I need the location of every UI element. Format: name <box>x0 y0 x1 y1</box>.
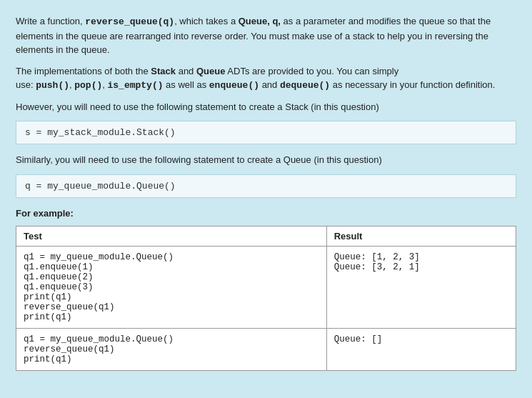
table-header-row: Test Result <box>16 227 516 247</box>
stack-code-block: s = my_stack_module.Stack() <box>16 121 516 144</box>
dequeue-code: dequeue() <box>280 80 330 91</box>
func-name-code: reverse_queue(q) <box>85 16 174 27</box>
queue-label: Queue <box>196 66 225 76</box>
stack-code-text: s = my_stack_module.Stack() <box>25 127 176 138</box>
table-row: q1 = my_queue_module.Queue()q1.enqueue(1… <box>16 247 516 329</box>
queue-code-text: q = my_queue_module.Queue() <box>25 181 176 191</box>
queue-code-block: q = my_queue_module.Queue() <box>16 174 516 198</box>
for-example-label: For example: <box>16 207 516 221</box>
test-cell-0: q1 = my_queue_module.Queue()q1.enqueue(1… <box>16 247 327 329</box>
result-cell-1: Queue: [] <box>326 329 516 371</box>
col-test-header: Test <box>16 227 327 247</box>
isempty-code: is_empty() <box>107 80 163 91</box>
col-result-header: Result <box>326 227 516 247</box>
table-row: q1 = my_queue_module.Queue()reverse_queu… <box>16 329 516 371</box>
queue-bold: Queue, q, <box>239 16 281 26</box>
example-table: Test Result q1 = my_queue_module.Queue()… <box>16 226 516 371</box>
content-area: Write a function, reverse_queue(q), whic… <box>9 9 523 384</box>
intro-paragraph2: The implementations of both the Stack an… <box>16 64 516 93</box>
intro-paragraph4: Similarly, you will need to use the foll… <box>16 153 516 167</box>
push-code: push() <box>36 80 69 91</box>
intro-paragraph3: However, you will need to use the follow… <box>16 100 516 114</box>
pop-code: pop() <box>74 80 102 91</box>
enqueue-code: enqueue() <box>209 80 259 91</box>
stack-label: Stack <box>151 66 176 76</box>
intro-paragraph1: Write a function, reverse_queue(q), whic… <box>16 14 516 57</box>
result-cell-0: Queue: [1, 2, 3]Queue: [3, 2, 1] <box>326 247 516 329</box>
test-cell-1: q1 = my_queue_module.Queue()reverse_queu… <box>16 329 327 371</box>
